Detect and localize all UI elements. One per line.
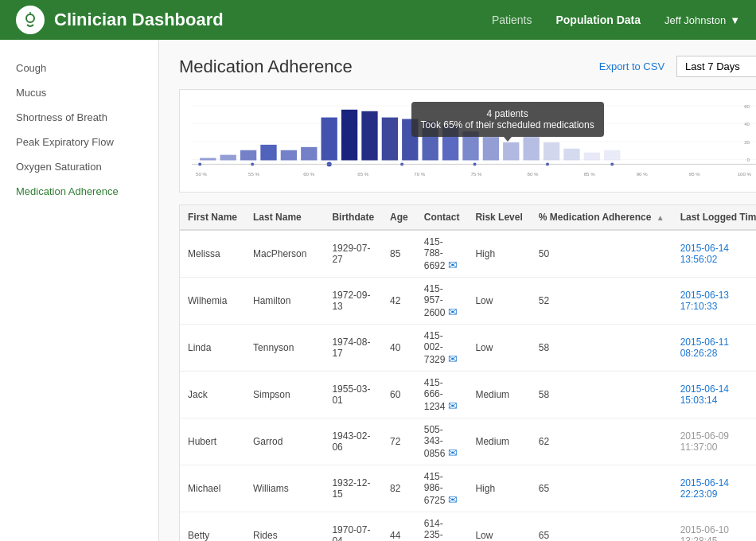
header-controls: Export to CSV Last 7 Days Last 30 Days L… (599, 56, 756, 77)
cell-adherence: 62 (531, 418, 672, 465)
email-icon[interactable]: ✉ (448, 399, 458, 412)
email-icon[interactable]: ✉ (448, 446, 458, 459)
date-filter-select[interactable]: Last 7 Days Last 30 Days Last 90 Days (676, 56, 756, 77)
cell-last-name: Rides (245, 512, 324, 542)
cell-contact: 415-788-6692 ✉ (416, 230, 468, 278)
cell-last-name: Williams (245, 465, 324, 512)
cell-adherence: 50 (531, 230, 672, 278)
sidebar: Cough Mucus Shortness of Breath Peak Exp… (0, 40, 159, 541)
svg-text:0: 0 (747, 158, 750, 163)
sidebar-item-oxygen[interactable]: Oxygen Saturation (0, 154, 158, 179)
cell-contact: 415-666-1234 ✉ (416, 372, 468, 418)
main-layout: Cough Mucus Shortness of Breath Peak Exp… (0, 40, 756, 541)
cell-adherence: 58 (531, 325, 672, 372)
svg-rect-9 (260, 145, 276, 161)
cell-adherence: 65 (531, 512, 672, 542)
sidebar-item-peak-flow[interactable]: Peak Expiratory Flow (0, 130, 158, 154)
svg-rect-10 (281, 150, 297, 161)
cell-logged: 2015-06-14 22:23:09 (672, 465, 756, 512)
cell-birthdate: 1974-08-17 (324, 325, 382, 372)
chart-container: 4 patients Took 65% of their scheduled m… (179, 89, 756, 193)
cell-age: 42 (382, 278, 416, 325)
cell-adherence: 65 (531, 465, 672, 512)
sidebar-item-shortness[interactable]: Shortness of Breath (0, 105, 158, 130)
svg-rect-11 (301, 147, 317, 161)
sidebar-item-medication[interactable]: Medication Adherence (0, 179, 158, 204)
svg-rect-8 (240, 150, 256, 161)
app-logo (16, 6, 45, 34)
svg-text:20: 20 (744, 140, 750, 145)
cell-risk: High (467, 230, 530, 278)
email-icon[interactable]: ✉ (448, 493, 458, 506)
user-menu[interactable]: Jeff Johnston ▼ (664, 14, 740, 26)
svg-text:40: 40 (744, 122, 750, 126)
cell-contact: 614-235-6232 ✉ (416, 512, 468, 542)
cell-risk: High (467, 465, 530, 512)
table-row: Wilhemia Hamilton 1972-09-13 42 415-957-… (180, 278, 756, 325)
table-header: First Name Last Name Birthdate Age Conta… (180, 205, 756, 230)
patients-table: First Name Last Name Birthdate Age Conta… (180, 205, 756, 541)
sidebar-item-mucus[interactable]: Mucus (0, 80, 158, 105)
cell-risk: Medium (467, 372, 530, 418)
nav-population-data[interactable]: Population Data (555, 14, 641, 26)
cell-risk: Low (467, 512, 530, 542)
cell-logged: 2015-06-13 17:10:33 (672, 278, 756, 325)
col-adherence[interactable]: % Medication Adherence ▲ (531, 205, 672, 230)
app-title: Clinician Dashboard (54, 10, 492, 30)
main-content: Medication Adherence Export to CSV Last … (159, 40, 756, 541)
table-row: Melissa MacPherson 1929-07-27 85 415-788… (180, 230, 756, 278)
email-icon[interactable]: ✉ (448, 259, 458, 271)
header: Clinician Dashboard Patients Population … (0, 0, 756, 40)
table-row: Linda Tennyson 1974-08-17 40 415-002-732… (180, 325, 756, 372)
cell-logged: 2015-06-14 13:56:02 (672, 230, 756, 278)
cell-age: 72 (382, 418, 416, 465)
table-row: Jack Simpson 1955-03-01 60 415-666-1234 … (180, 372, 756, 418)
cell-contact: 505-343-0856 ✉ (416, 418, 468, 465)
cell-birthdate: 1972-09-13 (324, 278, 382, 325)
svg-text:55 %: 55 % (248, 172, 260, 177)
col-age: Age (382, 205, 416, 230)
svg-text:95 %: 95 % (689, 172, 701, 177)
table-row: Hubert Garrod 1943-02-06 72 505-343-0856… (180, 418, 756, 465)
cell-age: 82 (382, 465, 416, 512)
cell-contact: 415-002-7329 ✉ (416, 325, 468, 372)
svg-rect-17 (423, 122, 438, 161)
svg-rect-6 (200, 158, 216, 161)
svg-rect-13 (341, 110, 357, 161)
cell-logged: 2015-06-09 11:37:00 (672, 418, 756, 465)
svg-text:65 %: 65 % (357, 172, 369, 177)
nav-patients[interactable]: Patients (492, 14, 532, 26)
cell-first-name: Michael (180, 465, 245, 512)
svg-rect-19 (462, 131, 478, 160)
svg-text:60 %: 60 % (303, 172, 315, 177)
svg-text:60: 60 (744, 104, 750, 109)
cell-risk: Low (467, 325, 530, 372)
svg-point-0 (26, 14, 34, 22)
sidebar-item-cough[interactable]: Cough (0, 56, 158, 80)
table-row: Betty Rides 1970-07-04 44 614-235-6232 ✉… (180, 512, 756, 542)
col-logged: Last Logged Time (672, 205, 756, 230)
export-csv-button[interactable]: Export to CSV (599, 60, 664, 72)
cell-last-name: Garrod (245, 418, 324, 465)
cell-risk: Medium (467, 418, 530, 465)
svg-rect-14 (361, 111, 377, 161)
svg-rect-16 (402, 119, 418, 161)
cell-first-name: Jack (180, 372, 245, 418)
cell-contact: 415-986-6725 ✉ (416, 465, 468, 512)
email-icon[interactable]: ✉ (448, 306, 458, 318)
svg-rect-20 (483, 137, 499, 160)
cell-last-name: Simpson (245, 372, 324, 418)
cell-age: 44 (382, 512, 416, 542)
cell-last-name: MacPherson (245, 230, 324, 278)
cell-first-name: Wilhemia (180, 278, 245, 325)
svg-text:100 %: 100 % (738, 172, 752, 177)
cell-age: 85 (382, 230, 416, 278)
sort-arrow-adherence: ▲ (657, 213, 664, 222)
svg-rect-24 (563, 149, 579, 161)
date-filter-wrapper: Last 7 Days Last 30 Days Last 90 Days (676, 56, 756, 77)
main-nav: Patients Population Data (492, 14, 641, 26)
svg-rect-7 (220, 155, 236, 161)
svg-text:50 %: 50 % (196, 172, 208, 177)
cell-adherence: 58 (531, 372, 672, 418)
email-icon[interactable]: ✉ (448, 352, 458, 365)
